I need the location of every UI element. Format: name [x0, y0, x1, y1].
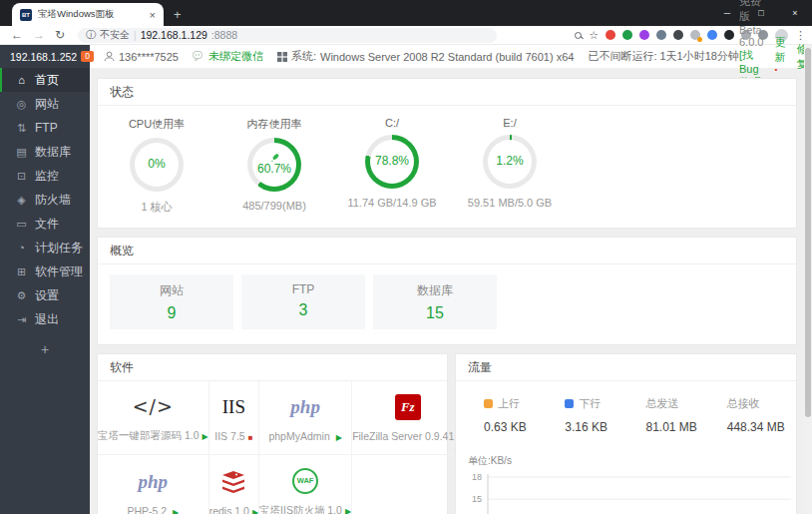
extension-icon[interactable] [656, 30, 666, 40]
server-ip-block[interactable]: 192.168.1.252 0 [0, 45, 90, 68]
message-badge[interactable]: 0 [81, 51, 94, 62]
extension-icon[interactable] [606, 30, 615, 40]
websites-card[interactable]: 网站 9 [110, 274, 233, 329]
gauge-value: 60.7% [257, 163, 291, 176]
overview-panel-title: 概览 [98, 238, 796, 264]
software-item-waf[interactable]: WAF 宝塔IIS防火墙 1.0▶ [259, 455, 352, 514]
forward-button[interactable]: → [33, 29, 45, 41]
new-tab-button[interactable]: + [174, 7, 182, 22]
software-item-phpmyadmin[interactable]: php phpMyAdmin ▶ [259, 381, 352, 455]
software-item-empty [352, 455, 463, 514]
sidebar-add-button[interactable]: + [0, 341, 90, 357]
status-gauges: CPU使用率 0% 1 核心 内存使用率 60.7% 485/799(MB) C… [98, 106, 796, 228]
sidebar-item-label: 退出 [35, 311, 59, 328]
sidebar-item-cron[interactable]: ◔ 计划任务 [0, 236, 90, 259]
upload-stat: 上行 0.63 KB [464, 396, 545, 434]
extension-icon[interactable] [639, 30, 649, 40]
card-value: 15 [373, 304, 497, 322]
sidebar-item-monitor[interactable]: ⊡ 监控 [0, 164, 90, 188]
back-button[interactable]: ← [11, 29, 23, 41]
panel-header: 192.168.1.252 0 136****7525 未绑定微信 系统: Wi… [0, 45, 804, 68]
filezilla-icon: Fz [395, 394, 421, 420]
wechat-bind-item[interactable]: 未绑定微信 [193, 49, 263, 64]
sidebar-item-settings[interactable]: ⚙ 设置 [0, 283, 90, 307]
browser-tabbar: BT 宝塔Windows面板 × + ─ □ × [0, 0, 812, 26]
software-item-name: FileZilla Server 0.9.41 [352, 430, 454, 442]
software-item-php52[interactable]: php PHP-5.2 ▶ [98, 455, 209, 514]
tab-close-icon[interactable]: × [150, 9, 156, 21]
stat-value: 3.16 KB [565, 420, 625, 434]
databases-card[interactable]: 数据库 15 [373, 274, 497, 329]
download-legend-icon [565, 399, 574, 408]
code-icon: </> [133, 395, 174, 417]
status-marker-icon: ▶ [203, 432, 208, 441]
disk-e-gauge: E:/ 1.2% 59.51 MB/5.0 GB [451, 117, 569, 215]
software-grid: </> 宝塔一键部署源码 1.0▶ IIS IIS 7.5■ php phpMy… [98, 381, 447, 514]
folder-icon: ▭ [15, 218, 28, 231]
sidebar-item-files[interactable]: ▭ 文件 [0, 212, 90, 236]
extension-icon[interactable] [622, 30, 632, 40]
account-item[interactable]: 136****7525 [104, 51, 179, 63]
gauge-value: 0% [148, 158, 165, 171]
sidebar-item-label: 防火墙 [35, 192, 71, 209]
memory-gauge-ring: 60.7% [247, 138, 301, 192]
reload-button[interactable]: ↻ [55, 29, 65, 41]
ftp-icon: ⇅ [15, 122, 28, 135]
ftp-card[interactable]: FTP 3 [241, 274, 365, 329]
apps-grid-icon: ⊞ [15, 265, 28, 278]
status-marker-icon: ■ [248, 433, 253, 442]
status-panel: 状态 CPU使用率 0% 1 核心 内存使用率 60.7% 485/799(MB… [97, 78, 797, 229]
sidebar-item-database[interactable]: ▤ 数据库 [0, 140, 90, 164]
sidebar-item-home[interactable]: ⌂ 首页 [0, 68, 90, 92]
system-info: 系统: Windows Server 2008 R2 Standard (bui… [277, 49, 574, 64]
bookmark-star-icon[interactable]: ☆ [589, 29, 599, 42]
system-label: 系统: [291, 49, 316, 64]
gauge-label: E:/ [451, 117, 569, 129]
windows-icon [277, 52, 287, 62]
account-phone: 136****7525 [119, 51, 179, 63]
extension-icon[interactable] [707, 30, 717, 40]
info-icon[interactable]: ⓘ [86, 28, 96, 42]
uptime: 已不间断运行: 1天1小时18分钟 [588, 49, 739, 64]
scrollbar-thumb[interactable] [805, 48, 811, 417]
status-marker-icon: ▶ [252, 508, 258, 514]
page-scrollbar[interactable] [804, 45, 812, 514]
sidebar-item-label: 设置 [35, 287, 59, 304]
software-item-name: 宝塔IIS防火墙 1.0 [259, 504, 342, 514]
extension-icon[interactable] [690, 30, 700, 40]
software-item-iis[interactable]: IIS IIS 7.5■ [209, 381, 259, 455]
browser-toolbar: ← → ↻ ⓘ 不安全 | 192.168.1.129:8888 ☆ ⋮ [0, 26, 812, 45]
url-port: :8888 [211, 29, 237, 41]
software-item-filezilla[interactable]: Fz FileZilla Server 0.9.41▶ [352, 381, 463, 455]
wechat-bind-link[interactable]: 未绑定微信 [208, 49, 263, 64]
browser-tab[interactable]: BT 宝塔Windows面板 × [12, 3, 164, 26]
extension-icon[interactable] [673, 30, 683, 40]
software-item-name: phpMyAdmin [268, 430, 329, 442]
extension-icon[interactable] [724, 30, 734, 40]
stat-value: 81.01 MB [646, 420, 707, 434]
sidebar-item-website[interactable]: ◎ 网站 [0, 92, 90, 116]
card-label: 网站 [110, 282, 233, 299]
sidebar-item-ftp[interactable]: ⇅ FTP [0, 116, 90, 140]
sidebar-item-label: 计划任务 [35, 240, 83, 257]
sidebar-item-logout[interactable]: ⇥ 退出 [0, 307, 90, 331]
address-bar[interactable]: ⓘ 不安全 | 192.168.1.129:8888 [78, 28, 497, 43]
upload-legend-icon [484, 399, 493, 408]
sidebar-item-label: 网站 [35, 96, 59, 113]
stat-label: 上行 [498, 396, 520, 411]
cpu-gauge: CPU使用率 0% 1 核心 [98, 117, 215, 215]
sidebar-item-software[interactable]: ⊞ 软件管理 [0, 259, 90, 283]
sidebar-item-firewall[interactable]: ◈ 防火墙 [0, 188, 90, 212]
gauge-sub: 1 核心 [98, 200, 215, 215]
sidebar-item-label: 数据库 [35, 144, 71, 161]
software-item-redis[interactable]: redis 1.0▶ [209, 455, 259, 514]
uptime-text: 已不间断运行: 1天1小时18分钟 [588, 49, 739, 64]
software-item-deploy[interactable]: </> 宝塔一键部署源码 1.0▶ [98, 381, 209, 455]
svg-text:15: 15 [472, 494, 482, 504]
stat-label: 总发送 [646, 396, 679, 411]
gauge-label: C:/ [333, 117, 451, 129]
zoom-icon[interactable] [575, 32, 582, 39]
shield-icon: ◈ [15, 194, 28, 207]
redis-icon [220, 468, 246, 496]
gauge-label: 内存使用率 [215, 117, 333, 132]
